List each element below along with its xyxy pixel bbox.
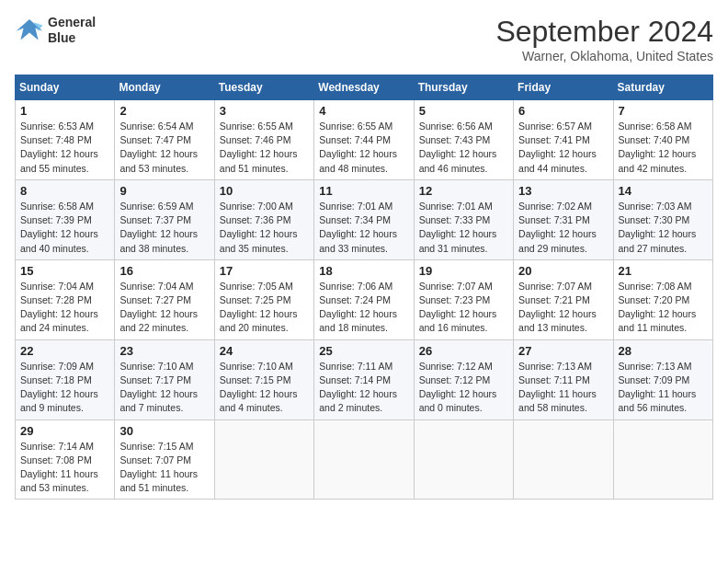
day-number: 1 (20, 104, 109, 118)
day-cell: 18Sunrise: 7:06 AM Sunset: 7:24 PM Dayli… (314, 259, 414, 339)
day-number: 16 (119, 264, 209, 278)
day-info: Sunrise: 7:04 AM Sunset: 7:27 PM Dayligh… (119, 280, 209, 336)
day-number: 4 (319, 104, 408, 118)
day-cell: 6Sunrise: 6:57 AM Sunset: 7:41 PM Daylig… (514, 100, 613, 180)
month-title: September 2024 (495, 15, 713, 49)
week-row-4: 22Sunrise: 7:09 AM Sunset: 7:18 PM Dayli… (16, 339, 713, 419)
calendar: SundayMondayTuesdayWednesdayThursdayFrid… (15, 75, 713, 500)
day-info: Sunrise: 7:13 AM Sunset: 7:11 PM Dayligh… (518, 360, 608, 416)
day-number: 3 (220, 104, 309, 118)
day-cell: 20Sunrise: 7:07 AM Sunset: 7:21 PM Dayli… (514, 259, 613, 339)
day-cell: 30Sunrise: 7:15 AM Sunset: 7:07 PM Dayli… (115, 419, 214, 500)
day-cell: 9Sunrise: 6:59 AM Sunset: 7:37 PM Daylig… (115, 179, 214, 259)
location: Warner, Oklahoma, United States (495, 49, 713, 63)
day-number: 10 (220, 184, 309, 198)
day-cell: 23Sunrise: 7:10 AM Sunset: 7:17 PM Dayli… (115, 339, 214, 419)
day-number: 25 (319, 344, 408, 358)
day-number: 6 (518, 104, 608, 118)
day-cell: 27Sunrise: 7:13 AM Sunset: 7:11 PM Dayli… (514, 339, 613, 419)
day-cell: 25Sunrise: 7:11 AM Sunset: 7:14 PM Dayli… (314, 339, 414, 419)
day-info: Sunrise: 6:53 AM Sunset: 7:48 PM Dayligh… (20, 120, 109, 176)
calendar-header-row: SundayMondayTuesdayWednesdayThursdayFrid… (16, 75, 713, 100)
header-sunday: Sunday (16, 75, 115, 100)
day-number: 11 (319, 184, 408, 198)
day-cell: 29Sunrise: 7:14 AM Sunset: 7:08 PM Dayli… (16, 419, 115, 500)
day-cell (514, 419, 613, 500)
day-cell: 3Sunrise: 6:55 AM Sunset: 7:46 PM Daylig… (214, 100, 313, 180)
day-cell: 28Sunrise: 7:13 AM Sunset: 7:09 PM Dayli… (613, 339, 712, 419)
day-info: Sunrise: 7:11 AM Sunset: 7:14 PM Dayligh… (319, 360, 408, 416)
day-info: Sunrise: 6:56 AM Sunset: 7:43 PM Dayligh… (419, 120, 508, 176)
header-saturday: Saturday (613, 75, 712, 100)
day-info: Sunrise: 7:03 AM Sunset: 7:30 PM Dayligh… (619, 200, 708, 256)
day-cell (613, 419, 712, 500)
day-cell: 4Sunrise: 6:55 AM Sunset: 7:44 PM Daylig… (314, 100, 414, 180)
header-thursday: Thursday (414, 75, 513, 100)
logo-icon (15, 17, 44, 43)
day-info: Sunrise: 6:58 AM Sunset: 7:39 PM Dayligh… (20, 200, 109, 256)
logo: General Blue (15, 15, 96, 46)
day-number: 27 (518, 344, 608, 358)
day-info: Sunrise: 7:00 AM Sunset: 7:36 PM Dayligh… (220, 200, 309, 256)
day-number: 12 (419, 184, 508, 198)
week-row-3: 15Sunrise: 7:04 AM Sunset: 7:28 PM Dayli… (16, 259, 713, 339)
day-number: 26 (419, 344, 508, 358)
header-friday: Friday (514, 75, 613, 100)
day-cell: 16Sunrise: 7:04 AM Sunset: 7:27 PM Dayli… (115, 259, 214, 339)
day-info: Sunrise: 6:58 AM Sunset: 7:40 PM Dayligh… (619, 120, 708, 176)
day-number: 24 (220, 344, 309, 358)
day-number: 5 (419, 104, 508, 118)
day-info: Sunrise: 7:08 AM Sunset: 7:20 PM Dayligh… (619, 280, 708, 336)
header-tuesday: Tuesday (214, 75, 313, 100)
day-cell: 26Sunrise: 7:12 AM Sunset: 7:12 PM Dayli… (414, 339, 513, 419)
logo-text: General Blue (48, 15, 96, 46)
day-number: 2 (119, 104, 209, 118)
day-number: 15 (20, 264, 109, 278)
day-info: Sunrise: 7:07 AM Sunset: 7:21 PM Dayligh… (518, 280, 608, 336)
day-info: Sunrise: 6:57 AM Sunset: 7:41 PM Dayligh… (518, 120, 608, 176)
day-cell: 12Sunrise: 7:01 AM Sunset: 7:33 PM Dayli… (414, 179, 513, 259)
day-number: 23 (119, 344, 209, 358)
day-cell: 11Sunrise: 7:01 AM Sunset: 7:34 PM Dayli… (314, 179, 414, 259)
day-cell (314, 419, 414, 500)
day-number: 29 (20, 424, 109, 438)
day-info: Sunrise: 7:01 AM Sunset: 7:33 PM Dayligh… (419, 200, 508, 256)
day-cell: 7Sunrise: 6:58 AM Sunset: 7:40 PM Daylig… (613, 100, 712, 180)
header-monday: Monday (115, 75, 214, 100)
week-row-5: 29Sunrise: 7:14 AM Sunset: 7:08 PM Dayli… (16, 419, 713, 500)
header: General Blue September 2024 Warner, Okla… (15, 15, 713, 63)
day-cell: 1Sunrise: 6:53 AM Sunset: 7:48 PM Daylig… (16, 100, 115, 180)
day-number: 28 (619, 344, 708, 358)
day-info: Sunrise: 7:10 AM Sunset: 7:17 PM Dayligh… (119, 360, 209, 416)
day-number: 14 (619, 184, 708, 198)
week-row-1: 1Sunrise: 6:53 AM Sunset: 7:48 PM Daylig… (16, 100, 713, 180)
day-number: 9 (119, 184, 209, 198)
header-wednesday: Wednesday (314, 75, 414, 100)
week-row-2: 8Sunrise: 6:58 AM Sunset: 7:39 PM Daylig… (16, 179, 713, 259)
day-info: Sunrise: 7:05 AM Sunset: 7:25 PM Dayligh… (220, 280, 309, 336)
day-cell: 5Sunrise: 6:56 AM Sunset: 7:43 PM Daylig… (414, 100, 513, 180)
day-number: 30 (119, 424, 209, 438)
day-cell: 24Sunrise: 7:10 AM Sunset: 7:15 PM Dayli… (214, 339, 313, 419)
day-info: Sunrise: 7:04 AM Sunset: 7:28 PM Dayligh… (20, 280, 109, 336)
day-cell (214, 419, 313, 500)
day-info: Sunrise: 7:06 AM Sunset: 7:24 PM Dayligh… (319, 280, 408, 336)
day-number: 18 (319, 264, 408, 278)
day-info: Sunrise: 7:01 AM Sunset: 7:34 PM Dayligh… (319, 200, 408, 256)
day-number: 20 (518, 264, 608, 278)
day-info: Sunrise: 6:59 AM Sunset: 7:37 PM Dayligh… (119, 200, 209, 256)
day-cell: 15Sunrise: 7:04 AM Sunset: 7:28 PM Dayli… (16, 259, 115, 339)
day-cell: 21Sunrise: 7:08 AM Sunset: 7:20 PM Dayli… (613, 259, 712, 339)
day-cell: 10Sunrise: 7:00 AM Sunset: 7:36 PM Dayli… (214, 179, 313, 259)
day-cell: 2Sunrise: 6:54 AM Sunset: 7:47 PM Daylig… (115, 100, 214, 180)
day-info: Sunrise: 6:55 AM Sunset: 7:44 PM Dayligh… (319, 120, 408, 176)
day-info: Sunrise: 7:02 AM Sunset: 7:31 PM Dayligh… (518, 200, 608, 256)
day-cell: 13Sunrise: 7:02 AM Sunset: 7:31 PM Dayli… (514, 179, 613, 259)
day-number: 7 (619, 104, 708, 118)
day-number: 13 (518, 184, 608, 198)
day-number: 8 (20, 184, 109, 198)
day-cell: 8Sunrise: 6:58 AM Sunset: 7:39 PM Daylig… (16, 179, 115, 259)
day-number: 21 (619, 264, 708, 278)
day-cell: 14Sunrise: 7:03 AM Sunset: 7:30 PM Dayli… (613, 179, 712, 259)
day-cell: 19Sunrise: 7:07 AM Sunset: 7:23 PM Dayli… (414, 259, 513, 339)
